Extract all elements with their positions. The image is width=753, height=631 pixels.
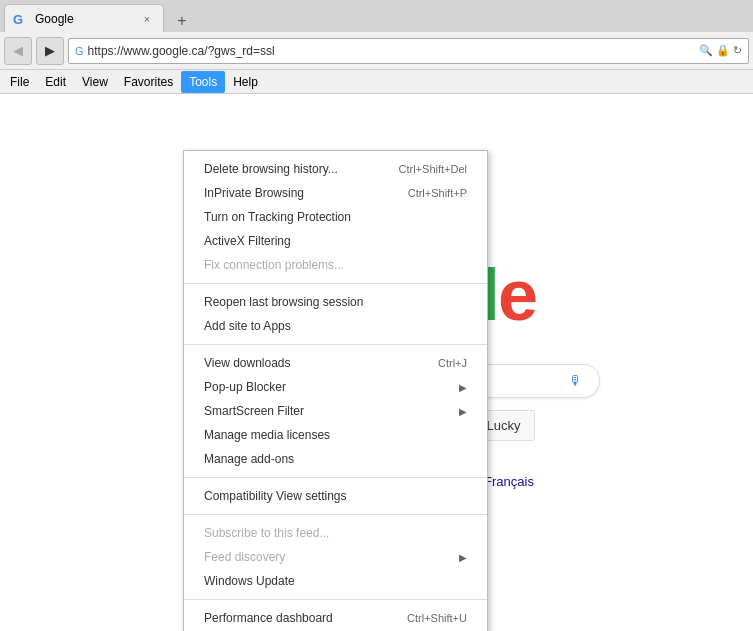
inprivate-browsing-item[interactable]: InPrivate Browsing Ctrl+Shift+P [184,181,487,205]
new-tab-button[interactable]: + [168,10,196,32]
menu-section-5: Subscribe to this feed... Feed discovery… [184,519,487,595]
fix-connection-item: Fix connection problems... [184,253,487,277]
popup-blocker-arrow: ▶ [459,382,467,393]
menu-section-1: Delete browsing history... Ctrl+Shift+De… [184,155,487,279]
tab-favicon: G [13,11,29,27]
windows-update-item[interactable]: Windows Update [184,569,487,593]
smartscreen-arrow: ▶ [459,406,467,417]
popup-blocker-item[interactable]: Pop-up Blocker ▶ [184,375,487,399]
reopen-last-session-item[interactable]: Reopen last browsing session [184,290,487,314]
logo-e: e [498,254,536,336]
back-button[interactable]: ◀ [4,37,32,65]
menu-bar: File Edit View Favorites Tools Help [0,70,753,94]
view-downloads-item[interactable]: View downloads Ctrl+J [184,351,487,375]
menu-section-6: Performance dashboard Ctrl+Shift+U F12 D… [184,604,487,631]
tools-dropdown-menu: Delete browsing history... Ctrl+Shift+De… [183,150,488,631]
forward-button[interactable]: ▶ [36,37,64,65]
menu-file[interactable]: File [2,71,37,93]
separator-1 [184,283,487,284]
menu-section-4: Compatibility View settings [184,482,487,510]
tab-bar: G Google × + [0,0,753,32]
delete-browsing-history-item[interactable]: Delete browsing history... Ctrl+Shift+De… [184,157,487,181]
menu-edit[interactable]: Edit [37,71,74,93]
tab-close-button[interactable]: × [139,11,155,27]
offered-in-link[interactable]: Français [484,474,534,489]
compatibility-view-item[interactable]: Compatibility View settings [184,484,487,508]
browser-window: G Google × + ◀ ▶ G https://www.google.ca… [0,0,753,631]
address-icons: 🔍 🔒 ↻ [699,44,742,57]
separator-3 [184,477,487,478]
refresh-icon[interactable]: ↻ [733,44,742,57]
active-tab[interactable]: G Google × [4,4,164,32]
feed-discovery-item: Feed discovery ▶ [184,545,487,569]
tracking-protection-item[interactable]: Turn on Tracking Protection [184,205,487,229]
manage-media-licenses-item[interactable]: Manage media licenses [184,423,487,447]
menu-section-2: Reopen last browsing session Add site to… [184,288,487,340]
separator-5 [184,599,487,600]
subscribe-feed-item: Subscribe to this feed... [184,521,487,545]
menu-help[interactable]: Help [225,71,266,93]
performance-dashboard-item[interactable]: Performance dashboard Ctrl+Shift+U [184,606,487,630]
page-content: G o o g l e 🎙 Google Search I'm Feeling … [0,94,753,631]
address-favicon: G [75,45,84,57]
menu-section-3: View downloads Ctrl+J Pop-up Blocker ▶ S… [184,349,487,473]
lock-icon: 🔒 [716,44,730,57]
menu-view[interactable]: View [74,71,116,93]
feed-discovery-arrow: ▶ [459,552,467,563]
address-bar[interactable]: G https://www.google.ca/?gws_rd=ssl 🔍 🔒 … [68,38,749,64]
smartscreen-filter-item[interactable]: SmartScreen Filter ▶ [184,399,487,423]
menu-tools[interactable]: Tools [181,71,225,93]
tab-title: Google [35,12,133,26]
address-text: https://www.google.ca/?gws_rd=ssl [88,44,695,58]
separator-4 [184,514,487,515]
manage-addons-item[interactable]: Manage add-ons [184,447,487,471]
separator-2 [184,344,487,345]
svg-text:G: G [13,12,23,27]
add-site-to-apps-item[interactable]: Add site to Apps [184,314,487,338]
search-mic-icon: 🎙 [569,373,583,389]
nav-bar: ◀ ▶ G https://www.google.ca/?gws_rd=ssl … [0,32,753,70]
search-icon: 🔍 [699,44,713,57]
activex-filtering-item[interactable]: ActiveX Filtering [184,229,487,253]
menu-favorites[interactable]: Favorites [116,71,181,93]
